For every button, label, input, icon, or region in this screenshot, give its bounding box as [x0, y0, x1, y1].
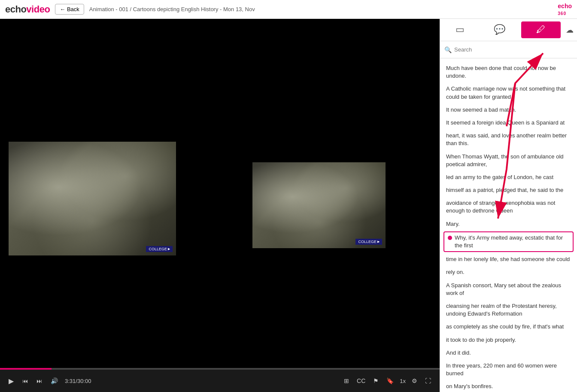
transcript-item[interactable]: on Mary's bonfires.	[440, 380, 577, 392]
settings-button[interactable]: ⚙	[410, 376, 419, 386]
transcript-list[interactable]: Much have been done that could not now b…	[440, 58, 577, 392]
panel-tabs: ▭ 💬 🖊 ☁	[440, 19, 577, 41]
transcript-text: A Catholic marriage now was not somethin…	[446, 85, 571, 100]
captions-button[interactable]: CC	[355, 376, 367, 386]
bookmark-button[interactable]: 🔖	[385, 376, 395, 386]
fast-forward-button[interactable]: ⏭	[35, 376, 44, 386]
transcript-item[interactable]: Why, it's Army melted away, ecstatic tha…	[443, 231, 574, 252]
transcript-item[interactable]: A Catholic marriage now was not somethin…	[440, 82, 577, 103]
transcript-text: A Spanish consort, Mary set about the ze…	[446, 282, 571, 297]
search-icon: 🔍	[444, 46, 452, 53]
main-area: COLLEGE COLLEGE ▶ ⏮ ⏭ 🔊 3:31/30:00 ⊞ CC …	[0, 19, 577, 392]
header: echovideo ← Back Animation - 001 / Carto…	[0, 0, 577, 19]
search-input[interactable]	[454, 46, 573, 53]
transcript-item[interactable]: Much have been done that could not now b…	[440, 62, 577, 82]
transcript-item[interactable]: led an army to the gates of London, he c…	[440, 171, 577, 184]
transcript-item[interactable]: Mary.	[440, 218, 577, 231]
time-display: 3:31/30:00	[65, 378, 91, 384]
transcript-text: In three years, 220 men and 60 women wer…	[446, 362, 571, 377]
transcript-text: Mary.	[446, 220, 460, 228]
transcript-text: avoidance of strangers, xenophobia was n…	[446, 199, 571, 215]
tab-notes[interactable]: 🖊	[521, 21, 561, 38]
video-frame-right: COLLEGE	[252, 162, 386, 248]
college-badge-left: COLLEGE	[146, 246, 173, 252]
transcript-text: Much have been done that could not now b…	[446, 64, 571, 80]
transcript-text: And it did.	[446, 349, 471, 357]
back-button[interactable]: ← Back	[55, 4, 84, 15]
transcript-text: led an army to the gates of London, he c…	[446, 173, 553, 181]
transcript-text: rely on.	[446, 268, 465, 276]
transcript-item[interactable]: A Spanish consort, Mary set about the ze…	[440, 279, 577, 300]
right-panel: ▭ 💬 🖊 ☁ 🔍 Much have been done that could…	[440, 19, 577, 392]
transcript-item[interactable]: avoidance of strangers, xenophobia was n…	[440, 197, 577, 217]
controls-right: ⊞ CC ⚑ 🔖 1x ⚙ ⛶	[342, 376, 433, 386]
video-content: COLLEGE COLLEGE	[0, 19, 440, 370]
video-controls: ▶ ⏮ ⏭ 🔊 3:31/30:00 ⊞ CC ⚑ 🔖 1x ⚙ ⛶	[0, 370, 440, 392]
video-frame-left: COLLEGE	[9, 142, 176, 255]
transcript-text: time in her lonely life, she had someone…	[446, 255, 570, 263]
frame-texture-left	[9, 142, 176, 255]
transcript-text: It seemed a foreign idea Queen is a Span…	[446, 119, 565, 127]
volume-button[interactable]: 🔊	[49, 376, 60, 386]
transcript-item[interactable]: When Thomas Wyatt, the son of ambulance …	[440, 150, 577, 171]
transcript-item[interactable]: time in her lonely life, she had someone…	[440, 253, 577, 266]
transcript-item[interactable]: In three years, 220 men and 60 women wer…	[440, 359, 577, 380]
logo-echo: echo	[5, 4, 26, 15]
flag-button[interactable]: ⚑	[371, 376, 380, 386]
transcript-item[interactable]: It seemed a foreign idea Queen is a Span…	[440, 116, 577, 129]
breadcrumb: Animation - 001 / Cartoons depicting Eng…	[89, 6, 553, 12]
transcript-item[interactable]: And it did.	[440, 346, 577, 359]
transcript-item[interactable]: himself as a patriot, pledged that, he s…	[440, 184, 577, 197]
transcript-item[interactable]: rely on.	[440, 266, 577, 279]
echo360-logo: echo360	[558, 3, 572, 16]
transcript-text: himself as a patriot, pledged that, he s…	[446, 186, 563, 194]
college-badge-right: COLLEGE	[355, 239, 382, 245]
frame-texture-right	[252, 162, 386, 248]
transcript-item[interactable]: cleansing her realm of the Protestant he…	[440, 300, 577, 320]
transcript-text: it took to do the job properly.	[446, 336, 516, 344]
video-area: COLLEGE COLLEGE ▶ ⏮ ⏭ 🔊 3:31/30:00 ⊞ CC …	[0, 19, 440, 392]
tab-slides[interactable]: ▭	[440, 19, 480, 41]
transcript-item[interactable]: It now seemed a bad match.	[440, 103, 577, 116]
speed-button[interactable]: 1x	[400, 378, 406, 384]
video-frames: COLLEGE COLLEGE	[0, 19, 440, 370]
transcript-text: cleansing her realm of the Protestant he…	[446, 302, 571, 318]
layout-button[interactable]: ⊞	[342, 376, 351, 386]
transcript-item[interactable]: as completely as she could by fire, if t…	[440, 320, 577, 333]
fullscreen-button[interactable]: ⛶	[423, 376, 433, 386]
active-dot	[448, 236, 452, 240]
transcript-text: heart, it was said, and loves another re…	[446, 132, 571, 147]
tab-chat[interactable]: 💬	[480, 19, 519, 41]
cloud-button[interactable]: ☁	[562, 19, 577, 41]
transcript-text: Why, it's Army melted away, ecstatic tha…	[455, 234, 569, 249]
transcript-item[interactable]: heart, it was said, and loves another re…	[440, 129, 577, 150]
transcript-text: on Mary's bonfires.	[446, 383, 493, 390]
rewind-button[interactable]: ⏮	[21, 376, 30, 386]
transcript-text: When Thomas Wyatt, the son of ambulance …	[446, 153, 571, 168]
transcript-item[interactable]: it took to do the job properly.	[440, 334, 577, 346]
transcript-text: as completely as she could by fire, if t…	[446, 323, 564, 331]
play-button[interactable]: ▶	[7, 375, 15, 387]
logo-video: video	[26, 4, 50, 15]
transcript-text: It now seemed a bad match.	[446, 106, 516, 114]
logo: echovideo	[5, 4, 50, 15]
search-bar: 🔍	[440, 41, 577, 58]
